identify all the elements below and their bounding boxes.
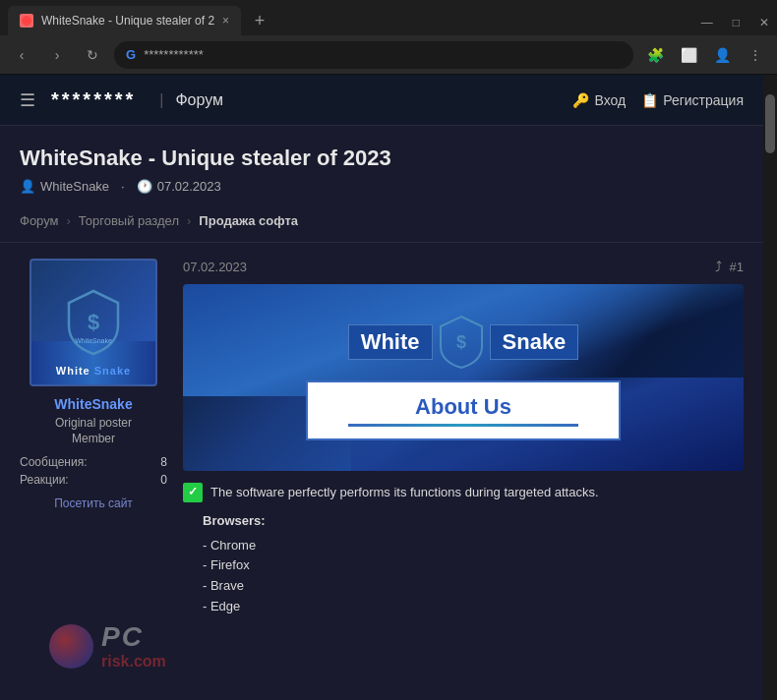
hamburger-menu-icon[interactable]: ☰ (20, 89, 35, 111)
user-icon: 👤 (20, 179, 35, 194)
post-top-bar: 07.02.2023 ⤴ #1 (183, 259, 744, 274)
post-timestamp: 07.02.2023 (183, 260, 247, 274)
svg-text:$: $ (88, 310, 99, 334)
address-bar[interactable]: G ************ (114, 41, 633, 69)
browsers-section: Browsers: - Chrome - Firefox - Brave - E… (183, 511, 744, 617)
browser-firefox: - Firefox (203, 555, 744, 576)
forum-logo: ******** (51, 88, 136, 111)
breadcrumb-current: Продажа софта (199, 213, 298, 228)
breadcrumb: Форум › Торговый раздел › Продажа софта (0, 205, 763, 243)
scrollbar-thumb[interactable] (765, 94, 775, 153)
browsers-title: Browsers: (203, 511, 744, 532)
register-icon: 📋 (641, 92, 658, 108)
forward-button[interactable]: › (43, 41, 71, 69)
post-date-meta: 🕐 07.02.2023 (137, 179, 221, 194)
maximize-button[interactable]: □ (733, 16, 740, 29)
key-icon: 🔑 (572, 92, 589, 108)
tab-title: WhiteSnake - Unique stealer of 2 (41, 14, 214, 28)
refresh-button[interactable]: ↻ (79, 41, 106, 69)
tab-close-button[interactable]: × (222, 14, 229, 28)
google-icon: G (126, 47, 136, 62)
forum-name: Форум (175, 91, 223, 109)
banner-shield-icon: $ (437, 315, 486, 369)
menu-icon[interactable]: ⋮ (742, 41, 769, 69)
auth-buttons: 🔑 Вход 📋 Регистрация (572, 92, 744, 108)
register-button[interactable]: 📋 Регистрация (641, 92, 744, 108)
user-role-member: Member (72, 432, 115, 445)
scrollbar[interactable] (763, 75, 777, 700)
extensions-icon[interactable]: 🧩 (641, 41, 669, 69)
banner-about-text: About Us (320, 394, 607, 420)
username[interactable]: WhiteSnake (54, 396, 132, 412)
header-divider: | (159, 91, 163, 109)
svg-text:WhiteSnake: WhiteSnake (75, 337, 112, 344)
login-button[interactable]: 🔑 Вход (572, 92, 626, 108)
tab-favicon (20, 14, 33, 28)
banner-about-box: About Us (306, 380, 621, 440)
shield-svg: $ WhiteSnake (64, 288, 123, 357)
visit-site-link[interactable]: Посетить сайт (54, 496, 133, 510)
active-tab[interactable]: WhiteSnake - Unique stealer of 2 × (8, 6, 241, 35)
reactions-stat: Реакции: 0 (20, 471, 167, 489)
close-browser-button[interactable]: ✕ (759, 16, 769, 29)
user-card: $ WhiteSnake White Snake WhiteSnake Orig… (20, 259, 167, 617)
minimize-button[interactable]: — (701, 16, 713, 29)
banner-content: White $ Snake About Us (306, 315, 621, 440)
post-meta: 👤 WhiteSnake · 🕐 07.02.2023 (20, 179, 744, 194)
avatar-logo: White Snake (56, 365, 131, 377)
navigation-bar: ‹ › ↻ G ************ 🧩 ⬜ 👤 ⋮ (0, 35, 777, 75)
checkmark-icon: ✓ (183, 483, 203, 502)
user-avatar: $ WhiteSnake White Snake (30, 259, 157, 386)
post-area: $ WhiteSnake White Snake WhiteSnake Orig… (0, 243, 763, 633)
back-button[interactable]: ‹ (8, 41, 35, 69)
banner-logo-row: White $ Snake (348, 315, 579, 369)
user-stats: Сообщения: 8 Реакции: 0 (20, 453, 167, 489)
nav-icons: 🧩 ⬜ 👤 ⋮ (641, 41, 769, 69)
clock-icon: 🕐 (137, 179, 152, 194)
browser-edge: - Edge (203, 597, 744, 617)
meta-separator: · (121, 179, 125, 194)
breadcrumb-trading[interactable]: Торговый раздел (79, 213, 179, 228)
check-row: ✓ The software perfectly performs its fu… (183, 483, 744, 503)
check-text: The software perfectly performs its func… (210, 483, 599, 503)
post-author: 👤 WhiteSnake (20, 179, 109, 194)
breadcrumb-sep-1: › (67, 213, 71, 228)
profile-window-icon[interactable]: ⬜ (675, 41, 702, 69)
profile-icon[interactable]: 👤 (708, 41, 736, 69)
user-role-original: Original poster (55, 416, 132, 430)
forum-header: ☰ ******** | Форум 🔑 Вход 📋 Регистрация (0, 75, 763, 126)
banner-snake-label: Snake (490, 324, 579, 360)
banner-underline (348, 424, 578, 427)
messages-stat: Сообщения: 8 (20, 453, 167, 471)
new-tab-button[interactable]: + (245, 6, 274, 35)
browser-brave: - Brave (203, 576, 744, 597)
address-text: ************ (144, 47, 622, 62)
post-number: #1 (730, 260, 744, 274)
post-action-buttons: ⤴ #1 (715, 259, 744, 274)
breadcrumb-forum[interactable]: Форум (20, 213, 59, 228)
breadcrumb-sep-2: › (187, 213, 191, 228)
post-text: ✓ The software perfectly performs its fu… (183, 483, 744, 617)
post-content-area: 07.02.2023 ⤴ #1 White (183, 259, 744, 617)
post-title: WhiteSnake - Unique stealer of 2023 (20, 146, 744, 171)
post-header: WhiteSnake - Unique stealer of 2023 👤 Wh… (0, 126, 763, 205)
browser-chrome: - Chrome (203, 536, 744, 556)
banner-white-label: White (348, 324, 433, 360)
share-icon[interactable]: ⤴ (715, 259, 722, 274)
banner-image: White $ Snake About Us (183, 284, 744, 471)
svg-text:$: $ (456, 332, 466, 352)
